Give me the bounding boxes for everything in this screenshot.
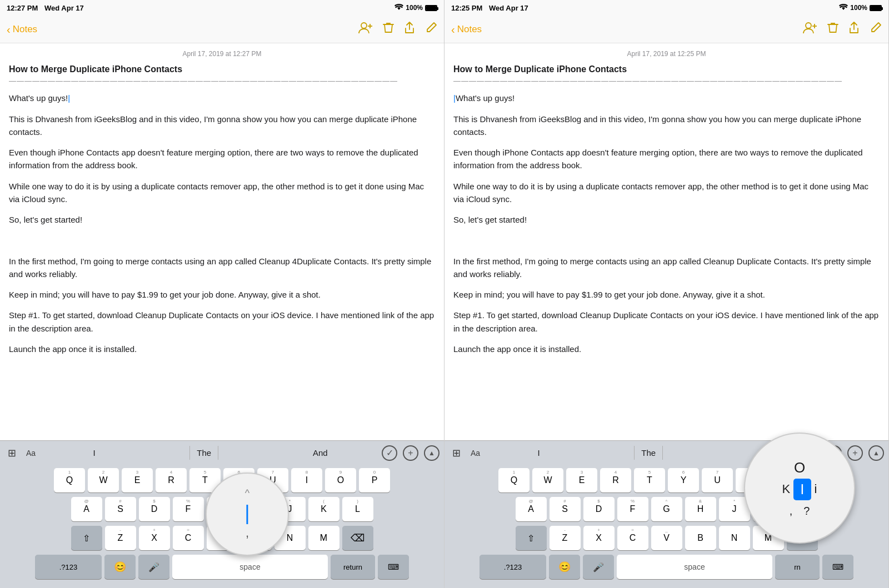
key-c-left[interactable]: =C bbox=[173, 526, 204, 550]
key-emoji-left[interactable]: 😊 bbox=[104, 555, 136, 579]
dictation-circle-right[interactable]: ▲ bbox=[868, 445, 884, 461]
suggestion-i-left[interactable]: I bbox=[86, 446, 102, 460]
key-d-left[interactable]: $D bbox=[139, 497, 170, 521]
key-shift-left[interactable]: ⇧ bbox=[71, 526, 102, 550]
para-3-left: While one way to do it is by using a dup… bbox=[9, 180, 435, 206]
note-body-right[interactable]: What's up guys! This is Dhvanesh from iG… bbox=[453, 92, 880, 355]
key-l-left[interactable]: )L bbox=[342, 497, 373, 521]
key-b-right[interactable]: B bbox=[685, 526, 716, 550]
key-n-right[interactable]: N bbox=[719, 526, 750, 550]
key-y-left[interactable]: 6Y bbox=[223, 468, 254, 492]
suggestion-the-left[interactable]: The bbox=[189, 446, 218, 460]
key-i-right[interactable]: 8I bbox=[736, 468, 767, 492]
suggestion-i-right[interactable]: I bbox=[530, 446, 547, 460]
key-v-left[interactable]: _V bbox=[207, 526, 238, 550]
key-keyboard-left[interactable]: ⌨ bbox=[378, 555, 409, 579]
key-s-left[interactable]: #S bbox=[105, 497, 136, 521]
key-r-left[interactable]: 4R bbox=[156, 468, 187, 492]
key-123-left[interactable]: .?123 bbox=[35, 555, 102, 579]
font-btn-left[interactable]: Aa bbox=[23, 446, 39, 460]
person-add-icon-left[interactable] bbox=[358, 22, 373, 37]
key-u-left[interactable]: 7U bbox=[257, 468, 288, 492]
key-o-left[interactable]: 9O bbox=[325, 468, 356, 492]
key-g-left[interactable]: ^G bbox=[207, 497, 238, 521]
done-circle-right[interactable]: ✓ bbox=[826, 445, 842, 461]
share-icon-left[interactable] bbox=[404, 22, 415, 37]
key-m-left[interactable]: M bbox=[308, 526, 339, 550]
key-e-left[interactable]: 3E bbox=[122, 468, 153, 492]
note-content-left[interactable]: April 17, 2019 at 12:27 PM How to Merge … bbox=[0, 43, 444, 440]
key-o-right[interactable]: 9O bbox=[770, 468, 801, 492]
key-l-right[interactable]: )L bbox=[787, 497, 818, 521]
key-q-left[interactable]: 1Q bbox=[54, 468, 85, 492]
key-space-left[interactable]: space bbox=[172, 555, 328, 579]
key-return-right[interactable]: rn bbox=[775, 555, 820, 579]
key-j-right[interactable]: *J bbox=[719, 497, 750, 521]
done-circle-left[interactable]: ✓ bbox=[382, 445, 397, 461]
back-button-left[interactable]: ‹ Notes bbox=[7, 24, 37, 35]
key-h-right[interactable]: &H bbox=[685, 497, 716, 521]
suggestion-the-right[interactable]: The bbox=[634, 446, 663, 460]
key-b-left[interactable]: B bbox=[241, 526, 272, 550]
key-m-right[interactable]: M bbox=[753, 526, 784, 550]
key-x-left[interactable]: +X bbox=[139, 526, 170, 550]
key-w-right[interactable]: 2W bbox=[532, 468, 563, 492]
key-u-right[interactable]: 7U bbox=[702, 468, 733, 492]
compose-icon-right[interactable] bbox=[870, 22, 882, 37]
key-w-left[interactable]: 2W bbox=[88, 468, 119, 492]
key-mic-left[interactable]: 🎤 bbox=[138, 555, 169, 579]
key-t-left[interactable]: 5T bbox=[189, 468, 221, 492]
key-y-right[interactable]: 6Y bbox=[668, 468, 699, 492]
key-keyboard-right[interactable]: ⌨ bbox=[822, 555, 853, 579]
key-c-right[interactable]: =C bbox=[617, 526, 648, 550]
key-emoji-right[interactable]: 😊 bbox=[549, 555, 580, 579]
suggestion-and-left[interactable]: And bbox=[306, 446, 335, 460]
add-circle-right[interactable]: + bbox=[847, 445, 863, 461]
key-k-right[interactable]: (K bbox=[753, 497, 784, 521]
key-p-left[interactable]: 0P bbox=[359, 468, 390, 492]
key-delete-left[interactable]: ⌫ bbox=[342, 526, 373, 550]
key-j-left[interactable]: *J bbox=[274, 497, 306, 521]
key-x-right[interactable]: +X bbox=[583, 526, 615, 550]
trash-icon-left[interactable] bbox=[383, 22, 394, 37]
add-circle-left[interactable]: + bbox=[403, 445, 418, 461]
key-row-4-right: .?123 😊 🎤 space rn ⌨ bbox=[447, 555, 886, 579]
key-a-right[interactable]: @A bbox=[516, 497, 547, 521]
key-d-right[interactable]: $D bbox=[583, 497, 615, 521]
key-123-right[interactable]: .?123 bbox=[480, 555, 546, 579]
key-return-left[interactable]: return bbox=[331, 555, 375, 579]
key-a-left[interactable]: @A bbox=[71, 497, 102, 521]
key-k-left[interactable]: (K bbox=[308, 497, 339, 521]
key-v-right[interactable]: _V bbox=[651, 526, 682, 550]
key-e-right[interactable]: 3E bbox=[566, 468, 597, 492]
key-p-right[interactable]: 0P bbox=[803, 468, 835, 492]
compose-icon-left[interactable] bbox=[425, 22, 437, 37]
key-shift-right[interactable]: ⇧ bbox=[516, 526, 547, 550]
note-body-left[interactable]: What's up guys! This is Dhvanesh from iG… bbox=[9, 92, 435, 355]
key-n-left[interactable]: N bbox=[274, 526, 306, 550]
format-btn-right[interactable]: ⊞ bbox=[449, 445, 464, 461]
key-i-left[interactable]: 8I bbox=[291, 468, 322, 492]
key-s-right[interactable]: #S bbox=[550, 497, 581, 521]
key-f-left[interactable]: %F bbox=[173, 497, 204, 521]
key-mic-right[interactable]: 🎤 bbox=[583, 555, 614, 579]
key-h-left[interactable]: &H bbox=[241, 497, 272, 521]
key-space-right[interactable]: space bbox=[617, 555, 772, 579]
key-f-right[interactable]: %F bbox=[617, 497, 648, 521]
key-r-right[interactable]: 4R bbox=[600, 468, 631, 492]
back-button-right[interactable]: ‹ Notes bbox=[451, 24, 482, 35]
key-q-right[interactable]: 1Q bbox=[498, 468, 530, 492]
share-icon-right[interactable] bbox=[848, 22, 860, 37]
key-g-right[interactable]: ^G bbox=[651, 497, 682, 521]
font-btn-right[interactable]: Aa bbox=[467, 446, 483, 460]
trash-icon-right[interactable] bbox=[827, 22, 838, 37]
key-delete-right[interactable]: ⌫ bbox=[787, 526, 818, 550]
key-z-left[interactable]: -Z bbox=[105, 526, 136, 550]
note-content-right[interactable]: April 17, 2019 at 12:25 PM How to Merge … bbox=[444, 43, 888, 440]
person-add-icon-right[interactable] bbox=[803, 22, 817, 37]
format-btn-left[interactable]: ⊞ bbox=[4, 445, 19, 461]
key-z-right[interactable]: -Z bbox=[550, 526, 581, 550]
dictation-circle-left[interactable]: ▲ bbox=[424, 445, 439, 461]
suggestion-and-right[interactable]: And bbox=[750, 446, 780, 460]
key-t-right[interactable]: 5T bbox=[634, 468, 665, 492]
